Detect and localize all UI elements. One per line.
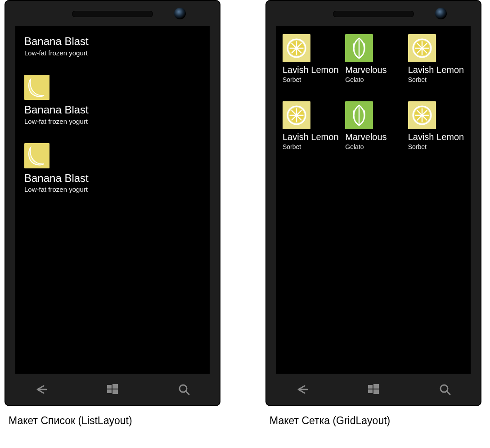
grid-item[interactable]: Marvelous Gelato xyxy=(345,101,401,150)
nav-bar xyxy=(266,374,481,405)
grid-item-subtitle: Sorbet xyxy=(408,76,464,83)
lemon-icon xyxy=(408,34,436,62)
grid-item-subtitle: Sorbet xyxy=(283,76,339,83)
screen-list: Banana Blast Low-fat frozen yogurt Banan… xyxy=(15,26,210,374)
list-item-subtitle: Low-fat frozen yogurt xyxy=(24,49,201,57)
lemon-icon xyxy=(283,34,310,62)
list-view[interactable]: Banana Blast Low-fat frozen yogurt Banan… xyxy=(15,26,210,220)
list-item[interactable]: Banana Blast Low-fat frozen yogurt xyxy=(24,143,201,194)
back-button[interactable] xyxy=(32,380,50,398)
grid-item[interactable]: Marvelous Gelato xyxy=(345,34,401,83)
front-camera xyxy=(435,8,447,19)
grid-view[interactable]: Lavish Lemon Sorbet Marvelous Gelato Lav… xyxy=(276,26,471,158)
lemon-icon xyxy=(408,101,436,129)
grid-item-subtitle: Sorbet xyxy=(408,143,464,150)
phone-top xyxy=(5,1,220,26)
start-button[interactable] xyxy=(103,380,121,398)
search-button[interactable] xyxy=(436,380,454,398)
list-item-title: Banana Blast xyxy=(24,172,201,185)
caption-list: Макет Список (ListLayout) xyxy=(4,406,220,445)
speaker-grille xyxy=(72,11,153,17)
windows-icon xyxy=(367,383,380,396)
grid-item[interactable]: Lavish Lemon Sorbet xyxy=(408,34,464,83)
banana-icon xyxy=(24,143,49,168)
back-icon xyxy=(35,383,47,396)
phone-top xyxy=(266,1,481,26)
grid-item-subtitle: Gelato xyxy=(345,143,401,150)
phone-grid-layout: Lavish Lemon Sorbet Marvelous Gelato Lav… xyxy=(265,0,481,406)
grid-item-title: Lavish Lemon xyxy=(408,132,464,142)
phone-list-layout: Banana Blast Low-fat frozen yogurt Banan… xyxy=(4,0,220,406)
leaf-icon xyxy=(345,101,373,129)
grid-item[interactable]: Lavish Lemon Sorbet xyxy=(283,101,339,150)
windows-icon xyxy=(106,383,119,396)
grid-item[interactable]: Lavish Lemon Sorbet xyxy=(408,101,464,150)
grid-item-title: Lavish Lemon xyxy=(408,65,464,75)
list-item[interactable]: Banana Blast Low-fat frozen yogurt xyxy=(24,75,201,125)
search-icon xyxy=(439,383,451,396)
grid-item[interactable]: Lavish Lemon Sorbet xyxy=(283,34,339,83)
banana-icon xyxy=(24,75,49,100)
leaf-icon xyxy=(345,34,373,62)
grid-item-subtitle: Gelato xyxy=(345,76,401,83)
front-camera xyxy=(174,8,186,19)
caption-text: Макет Сетка (GridLayout) xyxy=(270,415,477,427)
back-button[interactable] xyxy=(293,380,311,398)
back-icon xyxy=(296,383,308,396)
start-button[interactable] xyxy=(364,380,382,398)
grid-item-title: Marvelous xyxy=(345,65,401,75)
speaker-grille xyxy=(333,11,414,17)
lemon-icon xyxy=(283,101,310,129)
caption-grid: Макет Сетка (GridLayout) xyxy=(265,406,481,445)
search-button[interactable] xyxy=(175,380,193,398)
list-item-title: Banana Blast xyxy=(24,104,201,117)
screen-grid: Lavish Lemon Sorbet Marvelous Gelato Lav… xyxy=(276,26,471,374)
nav-bar xyxy=(5,374,220,405)
grid-item-subtitle: Sorbet xyxy=(283,143,339,150)
list-item[interactable]: Banana Blast Low-fat frozen yogurt xyxy=(24,35,201,57)
list-item-title: Banana Blast xyxy=(24,35,201,48)
grid-item-title: Lavish Lemon xyxy=(283,65,339,75)
grid-item-title: Lavish Lemon xyxy=(283,132,339,142)
grid-item-title: Marvelous xyxy=(345,132,401,142)
caption-text: Макет Список (ListLayout) xyxy=(9,415,216,427)
list-item-subtitle: Low-fat frozen yogurt xyxy=(24,118,201,125)
list-item-subtitle: Low-fat frozen yogurt xyxy=(24,186,201,193)
search-icon xyxy=(178,383,190,396)
